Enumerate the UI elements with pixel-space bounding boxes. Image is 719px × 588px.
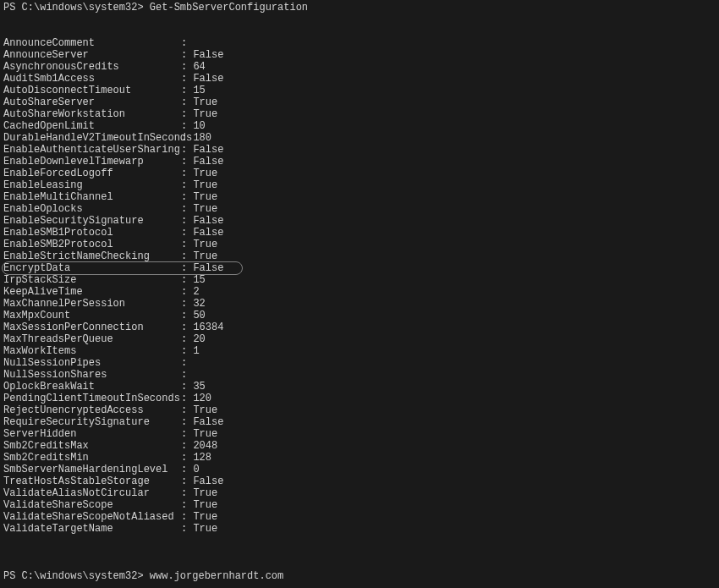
config-value: True bbox=[193, 487, 217, 499]
separator: : bbox=[181, 357, 193, 369]
output-row: EnableDownlevelTimewarp : False bbox=[3, 156, 716, 168]
config-key: IrpStackSize bbox=[3, 274, 181, 286]
separator: : bbox=[181, 416, 193, 428]
separator: : bbox=[181, 428, 193, 440]
config-key: OplockBreakWait bbox=[3, 381, 181, 393]
config-value: True bbox=[193, 511, 217, 523]
config-key: AnnounceServer bbox=[3, 49, 181, 61]
separator: : bbox=[181, 73, 193, 85]
config-value: True bbox=[193, 499, 217, 511]
separator: : bbox=[181, 345, 193, 357]
config-key: CachedOpenLimit bbox=[3, 120, 181, 132]
output-row: NullSessionShares : bbox=[3, 369, 716, 381]
output-row: Smb2CreditsMax : 2048 bbox=[3, 440, 716, 452]
terminal[interactable]: PS C:\windows\system32> Get-SmbServerCon… bbox=[3, 2, 716, 582]
separator: : bbox=[181, 404, 193, 416]
config-key: AutoShareWorkstation bbox=[3, 108, 181, 120]
output-row: ValidateShareScope : True bbox=[3, 499, 716, 511]
output-row: MaxMpxCount : 50 bbox=[3, 310, 716, 321]
config-value: 10 bbox=[193, 120, 205, 132]
config-key: EncryptData bbox=[3, 262, 181, 274]
config-key: EnableDownlevelTimewarp bbox=[3, 156, 181, 168]
config-key: ValidateAliasNotCircular bbox=[3, 487, 181, 499]
separator: : bbox=[181, 250, 193, 262]
config-value: 50 bbox=[193, 310, 205, 321]
output-row: ValidateTargetName : True bbox=[3, 523, 716, 535]
prompt-text: PS C:\windows\system32> bbox=[3, 570, 150, 582]
config-value: False bbox=[193, 416, 223, 428]
output-row: MaxSessionPerConnection : 16384 bbox=[3, 321, 716, 333]
config-value: 16384 bbox=[193, 321, 223, 333]
separator: : bbox=[181, 156, 193, 168]
separator: : bbox=[181, 381, 193, 393]
separator: : bbox=[181, 108, 193, 120]
config-key: MaxThreadsPerQueue bbox=[3, 333, 181, 345]
output-row: ValidateShareScopeNotAliased : True bbox=[3, 511, 716, 523]
command-text: Get-SmbServerConfiguration bbox=[150, 2, 308, 14]
separator: : bbox=[181, 523, 193, 535]
separator: : bbox=[181, 49, 193, 61]
separator: : bbox=[181, 321, 193, 333]
output-row: NullSessionPipes : bbox=[3, 357, 716, 369]
config-value: True bbox=[193, 179, 217, 191]
output-row: SmbServerNameHardeningLevel : 0 bbox=[3, 464, 716, 475]
separator: : bbox=[181, 96, 193, 108]
config-key: MaxChannelPerSession bbox=[3, 298, 181, 310]
separator: : bbox=[181, 310, 193, 321]
config-value: True bbox=[193, 523, 217, 535]
config-key: Smb2CreditsMin bbox=[3, 452, 181, 464]
config-key: EnableSMB2Protocol bbox=[3, 239, 181, 250]
output-row: RequireSecuritySignature : False bbox=[3, 416, 716, 428]
config-value: False bbox=[193, 156, 223, 168]
separator: : bbox=[181, 475, 193, 487]
config-value: 0 bbox=[193, 464, 199, 475]
config-value: False bbox=[193, 73, 223, 85]
output-row: AutoShareWorkstation : True bbox=[3, 108, 716, 120]
config-key: EnableOplocks bbox=[3, 203, 181, 215]
output-row: IrpStackSize : 15 bbox=[3, 274, 716, 286]
config-value: True bbox=[193, 203, 217, 215]
separator: : bbox=[181, 239, 193, 250]
separator: : bbox=[181, 215, 193, 227]
config-key: MaxMpxCount bbox=[3, 310, 181, 321]
config-value: 15 bbox=[193, 85, 205, 96]
separator: : bbox=[181, 274, 193, 286]
command-line-1: PS C:\windows\system32> Get-SmbServerCon… bbox=[3, 2, 716, 14]
config-value: False bbox=[193, 262, 223, 274]
config-value: True bbox=[193, 428, 217, 440]
config-value: 64 bbox=[193, 61, 205, 73]
separator: : bbox=[181, 61, 193, 73]
config-value: True bbox=[193, 239, 217, 250]
output-row: CachedOpenLimit : 10 bbox=[3, 120, 716, 132]
config-key: ValidateShareScope bbox=[3, 499, 181, 511]
config-key: PendingClientTimeoutInSeconds bbox=[3, 393, 181, 404]
config-value: 32 bbox=[193, 298, 205, 310]
config-key: EnableSMB1Protocol bbox=[3, 227, 181, 239]
separator: : bbox=[181, 452, 193, 464]
config-value: 1 bbox=[193, 345, 199, 357]
output-row: AsynchronousCredits : 64 bbox=[3, 61, 716, 73]
config-key: AuditSmb1Access bbox=[3, 73, 181, 85]
blank-line bbox=[3, 535, 716, 570]
config-value: True bbox=[193, 96, 217, 108]
blank-line bbox=[3, 25, 716, 37]
prompt-text: PS C:\windows\system32> bbox=[3, 2, 150, 14]
config-value: True bbox=[193, 250, 217, 262]
output-row: AuditSmb1Access : False bbox=[3, 73, 716, 85]
config-key: SmbServerNameHardeningLevel bbox=[3, 464, 181, 475]
separator: : bbox=[181, 440, 193, 452]
output-row: MaxWorkItems : 1 bbox=[3, 345, 716, 357]
output-row: AnnounceComment : bbox=[3, 37, 716, 49]
config-key: KeepAliveTime bbox=[3, 286, 181, 298]
config-key: EnableForcedLogoff bbox=[3, 168, 181, 179]
config-value: True bbox=[193, 404, 217, 416]
config-key: EnableLeasing bbox=[3, 179, 181, 191]
output-row: DurableHandleV2TimeoutInSeconds: 180 bbox=[3, 132, 716, 144]
config-key: EnableAuthenticateUserSharing bbox=[3, 144, 181, 156]
config-key: AnnounceComment bbox=[3, 37, 181, 49]
config-key: ValidateTargetName bbox=[3, 523, 181, 535]
command-output: AnnounceComment : AnnounceServer : False… bbox=[3, 37, 716, 535]
separator: : bbox=[181, 227, 193, 239]
output-row: AutoShareServer : True bbox=[3, 96, 716, 108]
separator: : bbox=[181, 168, 193, 179]
